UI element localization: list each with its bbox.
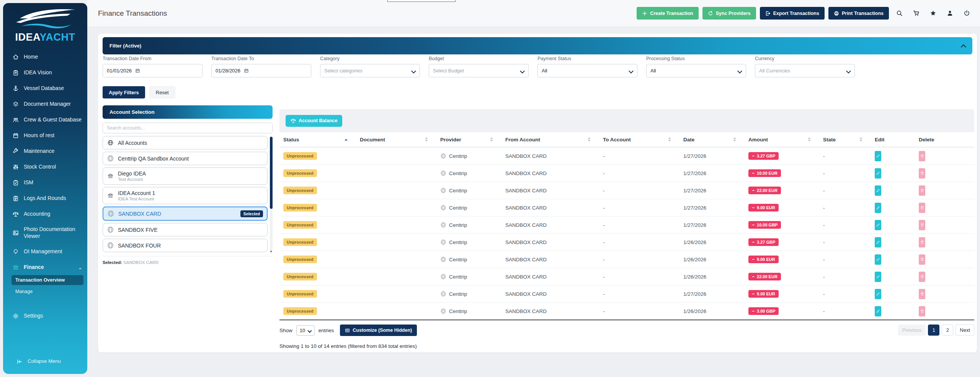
account-list-scrollbar[interactable] [270, 136, 273, 253]
delete-button[interactable] [919, 185, 925, 196]
apply-filters-button[interactable]: Apply Filters [103, 86, 145, 98]
delete-button[interactable] [919, 168, 925, 179]
account-item[interactable]: Centtrip QA Sandbox Account [103, 152, 268, 165]
sidebar-item-oi-management[interactable]: OI Management [3, 244, 87, 259]
delete-button[interactable] [919, 306, 925, 316]
status-badge: Unprocessed [283, 204, 317, 211]
column-header[interactable]: Date [679, 132, 745, 147]
sync-providers-button[interactable]: Sync Providers [702, 7, 756, 20]
account-item[interactable]: IDEA Account 1 IDEA Test Account [103, 187, 268, 204]
people-icon [12, 116, 19, 123]
delete-button[interactable] [919, 272, 925, 282]
delete-button[interactable] [919, 254, 925, 265]
create-transaction-button[interactable]: Create Transaction [637, 7, 699, 20]
sidebar-item-document-manager[interactable]: Document Manager [3, 96, 87, 112]
column-header[interactable]: From Account [501, 132, 599, 147]
centtrip-logo-icon [107, 226, 114, 233]
delete-button[interactable] [919, 151, 925, 161]
sidebar-subitem-transaction-overview[interactable]: Transaction Overview [11, 275, 83, 285]
sidebar-item-home[interactable]: Home [3, 49, 87, 65]
print-transactions-button[interactable]: Print Transactions [828, 7, 889, 20]
edit-button[interactable] [875, 237, 881, 248]
search-button[interactable] [893, 7, 906, 20]
calendar-icon[interactable] [244, 68, 249, 73]
delete-button[interactable] [919, 237, 925, 248]
sidebar-item-ism[interactable]: ISM [3, 175, 87, 190]
column-header[interactable]: Document [356, 132, 436, 147]
column-header[interactable]: Delete [915, 132, 974, 147]
to-account-cell: - [599, 216, 679, 233]
edit-button[interactable] [875, 254, 881, 265]
sidebar-item-logs-and-rounds[interactable]: Logs And Rounds [3, 190, 87, 206]
cart-button[interactable] [910, 7, 923, 20]
delete-button[interactable] [919, 203, 925, 213]
account-search-input[interactable] [103, 123, 273, 133]
account-item[interactable]: Diego IDEA Test Account [103, 167, 268, 185]
pagination-previous[interactable]: Previous [898, 325, 926, 336]
page-size-select[interactable]: 10 [296, 325, 315, 336]
delete-button[interactable] [919, 220, 925, 230]
reset-button[interactable]: Reset [149, 86, 175, 98]
edit-button[interactable] [875, 185, 881, 196]
sidebar-item-vessel-database[interactable]: Vessel Database [3, 80, 87, 96]
column-header[interactable]: State [819, 132, 871, 147]
sidebar-item-accounting[interactable]: Accounting [3, 206, 87, 222]
scrollbar-thumb[interactable] [270, 137, 273, 209]
account-name: Centtrip QA Sandbox Account [118, 156, 189, 162]
collapse-menu-button[interactable]: Collapse Menu [7, 354, 83, 369]
header-actions: Create Transaction Sync Providers Export… [637, 7, 973, 20]
delete-button[interactable] [919, 289, 925, 299]
account-item[interactable]: SANDBOX CARD Selected [103, 207, 268, 221]
pagination-page-2[interactable]: 2 [942, 325, 953, 336]
account-item[interactable]: All Accounts [103, 136, 268, 149]
column-header[interactable]: To Account [599, 132, 679, 147]
sidebar-item-finance[interactable]: Finance [3, 259, 87, 275]
edit-button[interactable] [875, 168, 881, 179]
filter-panel-header[interactable]: Filter (Active) [103, 37, 972, 54]
account-item[interactable]: SANDBOX FIVE [103, 223, 268, 236]
calendar-icon[interactable] [135, 68, 140, 73]
column-header[interactable]: Edit [871, 132, 915, 147]
logout-button[interactable] [960, 7, 973, 20]
sidebar-item-photo-documentation-viewer[interactable]: Photo Documentation Viewer [3, 222, 87, 244]
pagination-page-1[interactable]: 1 [928, 325, 939, 336]
sidebar-item-crew-guest-database[interactable]: Crew & Guest Database [3, 112, 87, 128]
edit-button[interactable] [875, 272, 881, 282]
edit-button[interactable] [875, 151, 881, 161]
currency-select[interactable]: All Currencies [755, 64, 855, 77]
sidebar-subitem-manage[interactable]: Manage [11, 287, 83, 297]
centtrip-logo-icon [440, 291, 446, 297]
document-cell [356, 285, 436, 302]
sidebar-item-hours-of-rest[interactable]: Hours of rest [3, 128, 87, 143]
account-item[interactable]: SANDBOX FOUR [103, 239, 268, 252]
sidebar-item-maintenance[interactable]: Maintenance [3, 143, 87, 159]
payment-status-select[interactable]: All [537, 64, 637, 77]
centtrip-logo-icon [440, 205, 446, 211]
customize-columns-button[interactable]: Customize (Some Hidden) [340, 325, 417, 336]
column-header[interactable]: Provider [436, 132, 501, 147]
edit-button[interactable] [875, 220, 881, 230]
account-subtitle: IDEA Test Account [118, 197, 155, 201]
from-account-cell: SANDBOX CARD [501, 303, 599, 320]
from-account-cell: SANDBOX CARD [501, 148, 599, 164]
column-header[interactable]: Amount [745, 132, 819, 147]
sidebar-item-settings[interactable]: Settings [3, 308, 87, 324]
processing-status-select[interactable]: All [646, 64, 746, 77]
edit-button[interactable] [875, 203, 881, 213]
sidebar-item-stock-control[interactable]: Stock Control [3, 159, 87, 175]
edit-button[interactable] [875, 306, 881, 316]
category-select[interactable]: Select categories [320, 64, 420, 77]
date-from-input[interactable]: 01/01/2026 [103, 64, 203, 77]
date-to-input[interactable]: 01/28/2026 [211, 64, 311, 77]
export-transactions-button[interactable]: Export Transactions [760, 7, 825, 20]
collapse-filter-icon[interactable] [962, 44, 965, 48]
sidebar-item-idea-vision[interactable]: IDEA Vision [3, 65, 87, 80]
account-balance-button[interactable]: Account Balance [286, 115, 342, 127]
pagination-next[interactable]: Next [956, 325, 974, 336]
star-icon [930, 10, 936, 16]
favorites-button[interactable] [926, 7, 939, 20]
budget-select[interactable]: Select Budget [429, 64, 529, 77]
edit-button[interactable] [875, 289, 881, 299]
user-button[interactable] [943, 7, 956, 20]
column-header[interactable]: Status [279, 132, 356, 147]
